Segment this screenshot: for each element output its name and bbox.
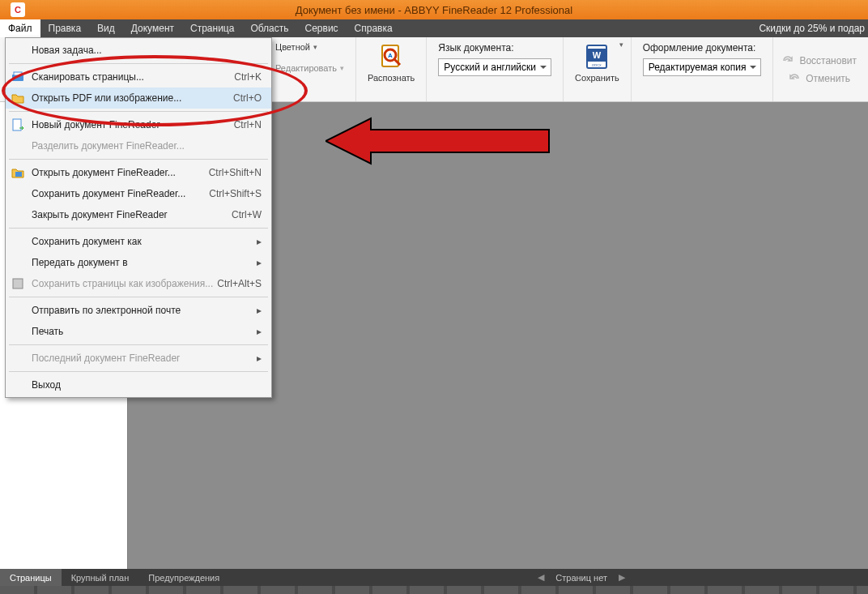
- menu-item-label: Сохранить документ как: [32, 236, 142, 247]
- file-menu-item[interactable]: Отправить по электронной почте▸: [6, 300, 271, 321]
- toolbar-save-group: WDOCX Сохранить ▾: [564, 37, 632, 101]
- menu-edit[interactable]: Правка: [40, 19, 90, 37]
- edit-mode-label[interactable]: Редактировать: [275, 63, 337, 73]
- menu-item-shortcut: Ctrl+W: [232, 209, 262, 220]
- statusbar: Страницы Крупный план Предупреждения ◀ С…: [0, 569, 868, 586]
- menu-separator: [9, 228, 268, 229]
- menu-separator: [9, 111, 268, 112]
- svg-text:A: A: [388, 52, 393, 59]
- file-menu-item[interactable]: Сохранить документ как▸: [6, 231, 271, 252]
- menu-item-shortcut: Ctrl+N: [234, 119, 262, 130]
- layout-caption: Оформление документа:: [643, 42, 756, 53]
- file-menu-dropdown: Новая задача...Сканировать страницы...Ct…: [5, 37, 272, 398]
- chevron-down-icon: ▾: [313, 43, 317, 51]
- menu-item-label: Новая задача...: [32, 45, 102, 56]
- menu-separator: [9, 297, 268, 297]
- file-menu-item[interactable]: Открыть PDF или изображение...Ctrl+O: [6, 88, 271, 109]
- page-nav: ◀ Страниц нет ▶: [538, 572, 868, 583]
- status-tab-zoom[interactable]: Крупный план: [62, 569, 139, 586]
- menu-item-shortcut: Ctrl+Shift+S: [209, 188, 262, 199]
- word-doc-icon: WDOCX: [582, 42, 611, 71]
- window-title: Документ без имени - ABBYY FineReader 12…: [0, 4, 868, 16]
- svg-rect-11: [15, 172, 22, 177]
- save-label: Сохранить: [575, 73, 619, 83]
- menu-item-label: Отправить по электронной почте: [32, 305, 181, 316]
- menu-area[interactable]: Область: [242, 19, 296, 37]
- menu-view[interactable]: Вид: [89, 19, 123, 37]
- file-menu-item[interactable]: Печать▸: [6, 321, 271, 342]
- menu-item-label: Передать документ в: [32, 257, 128, 268]
- menu-document[interactable]: Документ: [123, 19, 182, 37]
- language-select[interactable]: Русский и английски: [438, 58, 551, 76]
- recognize-label: Распознать: [368, 73, 415, 83]
- toolbar-undo-group: Восстановит Отменить: [773, 37, 865, 101]
- page-nav-text: Страниц нет: [555, 573, 607, 583]
- layout-select[interactable]: Редактируемая копия: [643, 58, 762, 76]
- next-page-icon[interactable]: ▶: [619, 572, 625, 583]
- menu-service[interactable]: Сервис: [297, 19, 347, 37]
- svg-text:W: W: [593, 50, 602, 60]
- file-menu-item[interactable]: Передать документ в▸: [6, 252, 271, 273]
- toolbar-language-group: Язык документа: Русский и английски: [427, 37, 564, 101]
- submenu-arrow-icon: ▸: [257, 236, 262, 247]
- undo-icon: [788, 72, 801, 85]
- restore-button[interactable]: Восстановит: [781, 54, 857, 67]
- svg-text:DOCX: DOCX: [593, 63, 602, 67]
- titlebar: C Документ без имени - ABBYY FineReader …: [0, 0, 868, 19]
- menu-item-shortcut: Ctrl+Alt+S: [217, 278, 262, 289]
- menu-item-label: Новый документ FineReader: [32, 119, 160, 130]
- language-caption: Язык документа:: [438, 42, 513, 53]
- promo-text[interactable]: Скидки до 25% и подар: [759, 23, 865, 34]
- menu-separator: [9, 371, 268, 372]
- menu-item-label: Сохранить страницы как изображения...: [32, 278, 213, 289]
- menu-help[interactable]: Справка: [347, 19, 401, 37]
- menu-item-label: Сохранить документ FineReader...: [32, 188, 185, 199]
- menubar: Файл Правка Вид Документ Страница Област…: [0, 19, 868, 37]
- color-mode-label[interactable]: Цветной: [275, 42, 310, 52]
- file-menu-item[interactable]: Открыть документ FineReader...Ctrl+Shift…: [6, 162, 271, 183]
- menu-item-label: Открыть документ FineReader...: [32, 167, 176, 178]
- svg-rect-12: [13, 279, 23, 288]
- scanner-icon: [11, 70, 25, 84]
- menu-separator: [9, 344, 268, 345]
- submenu-arrow-icon: ▸: [257, 326, 262, 337]
- toolbar-recognize-group: A Распознать: [356, 37, 427, 101]
- file-menu-item: Последний документ FineReader▸: [6, 348, 271, 369]
- filmstrip: [0, 586, 868, 594]
- chevron-down-icon: ▾: [340, 64, 344, 72]
- openfr-icon: [11, 165, 25, 180]
- file-menu-item[interactable]: Выход: [6, 374, 271, 395]
- menu-file[interactable]: Файл: [0, 19, 40, 37]
- saveimg-icon: [11, 276, 25, 291]
- menu-item-label: Печать: [32, 326, 63, 337]
- save-button[interactable]: WDOCX Сохранить: [575, 42, 619, 83]
- file-menu-item[interactable]: Закрыть документ FineReaderCtrl+W: [6, 204, 271, 225]
- menu-item-label: Разделить документ FineReader...: [32, 140, 185, 152]
- redo-icon: [781, 54, 794, 67]
- toolbar-mode-group: Цветной ▾ Редактировать ▾: [272, 37, 356, 101]
- submenu-arrow-icon: ▸: [257, 353, 262, 364]
- menu-item-shortcut: Ctrl+O: [233, 92, 262, 104]
- newdoc-icon: [11, 118, 25, 132]
- recognize-button[interactable]: A Распознать: [368, 42, 415, 83]
- menu-item-label: Открыть PDF или изображение...: [32, 92, 181, 104]
- file-menu-item[interactable]: Новый документ FineReaderCtrl+N: [6, 114, 271, 135]
- undo-button[interactable]: Отменить: [788, 72, 850, 85]
- submenu-arrow-icon: ▸: [257, 257, 262, 268]
- status-tab-pages[interactable]: Страницы: [0, 569, 62, 586]
- svg-rect-10: [13, 119, 21, 130]
- prev-page-icon[interactable]: ◀: [538, 572, 544, 583]
- menu-separator: [9, 63, 268, 64]
- file-menu-item[interactable]: Сохранить документ FineReader...Ctrl+Shi…: [6, 183, 271, 204]
- status-tab-warnings[interactable]: Предупреждения: [138, 569, 229, 586]
- toolbar-layout-group: Оформление документа: Редактируемая копи…: [632, 37, 774, 101]
- menu-item-shortcut: Ctrl+Shift+N: [209, 167, 262, 178]
- file-menu-item[interactable]: Сканировать страницы...Ctrl+K: [6, 66, 271, 88]
- file-menu-item[interactable]: Новая задача...: [6, 40, 271, 61]
- menu-item-shortcut: Ctrl+K: [234, 71, 262, 83]
- svg-rect-9: [14, 72, 22, 75]
- chevron-down-icon[interactable]: ▾: [619, 41, 623, 49]
- file-menu-item: Сохранить страницы как изображения...Ctr…: [6, 273, 271, 294]
- file-menu-item: Разделить документ FineReader...: [6, 135, 271, 156]
- menu-page[interactable]: Страница: [182, 19, 242, 37]
